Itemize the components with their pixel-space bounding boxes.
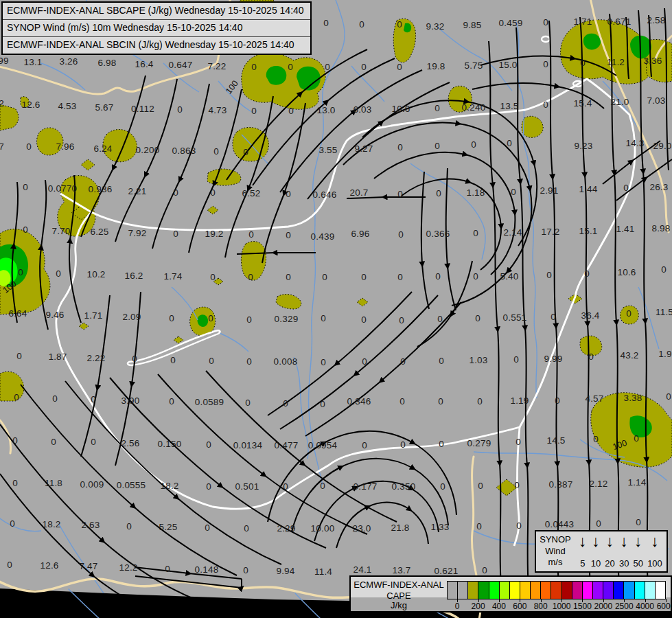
- title-line-sbcin: ECMWF-INDEX-ANAL SBCIN (J/kg) Wednesday …: [3, 37, 310, 54]
- map-svg: [0, 0, 672, 618]
- cape-color-swatch: [531, 582, 541, 599]
- cape-ticks: 0200400600800100015002000250040006000: [447, 599, 666, 613]
- cape-color-swatch: [541, 582, 551, 599]
- wind-speed-label: 5: [580, 558, 585, 569]
- cape-color-swatch: [468, 582, 478, 599]
- wind-speed-label: 20: [605, 558, 614, 569]
- cape-tick-label: 2500: [615, 602, 634, 611]
- cape-color-swatch: [489, 582, 500, 599]
- wind-speed-column: ↓20: [605, 532, 614, 571]
- cape-color-swatch: [478, 582, 489, 599]
- cape-color-swatch: [551, 582, 561, 599]
- cape-color-swatch: [645, 582, 656, 599]
- wind-arrow-columns: ↓5↓10↓20↓30↓50↓100: [575, 531, 667, 571]
- title-box: ECMWF-INDEX-ANAL SBCAPE (J/kg) Wednesday…: [1, 1, 312, 55]
- cape-color-swatch: [458, 582, 468, 599]
- wind-arrow-icon: ↓: [579, 533, 587, 549]
- cape-legend: ECMWF-INDEX-ANAL CAPE J/kg 0200400600800…: [349, 575, 672, 613]
- wind-legend-title: SYNOP Wind m/s: [536, 531, 575, 571]
- wind-arrow-icon: ↓: [651, 533, 659, 549]
- wind-speed-label: 30: [619, 558, 629, 569]
- cape-tick-label: 200: [472, 602, 485, 611]
- wind-arrow-icon: ↓: [606, 533, 614, 549]
- wind-speed-column: ↓30: [619, 532, 629, 571]
- cape-color-swatch: [624, 582, 634, 599]
- cape-tick-label: 4000: [636, 602, 654, 611]
- cape-tick-label: 600: [513, 602, 526, 611]
- cape-tick-label: 1500: [573, 602, 592, 611]
- cape-color-swatch: [603, 582, 614, 599]
- wind-arrow-icon: ↓: [592, 533, 600, 549]
- cape-color-swatch: [656, 582, 665, 599]
- cape-color-swatch: [593, 582, 603, 599]
- wind-speed-label: 100: [647, 558, 662, 569]
- title-line-sbcape: ECMWF-INDEX-ANAL SBCAPE (J/kg) Wednesday…: [3, 3, 310, 20]
- cape-color-swatch: [583, 582, 593, 599]
- wind-speed-column: ↓50: [634, 532, 643, 571]
- cape-tick-label: 2000: [594, 602, 612, 611]
- wind-speed-column: ↓5: [579, 532, 587, 571]
- cape-legend-name: ECMWF-INDEX-ANAL CAPE: [351, 580, 447, 602]
- cape-tick-label: 1000: [553, 602, 571, 611]
- wind-legend-title-line3: m/s: [548, 557, 563, 569]
- cape-legend-name-line1: ECMWF-INDEX-ANAL: [351, 580, 447, 591]
- cape-color-swatch: [562, 582, 572, 599]
- cape-color-swatch: [572, 582, 583, 599]
- cape-tick-label: 400: [492, 602, 506, 611]
- cape-color-swatch: [448, 582, 458, 599]
- cape-legend-units: J/kg: [351, 600, 447, 610]
- title-line-wind: SYNOP Wind (m/s) 10m Wednesday 15-10-202…: [3, 20, 310, 37]
- wind-legend-title-line2: Wind: [545, 546, 566, 558]
- wind-arrow-icon: ↓: [620, 533, 628, 549]
- wind-speed-column: ↓100: [647, 532, 662, 571]
- cape-color-swatch: [614, 582, 624, 599]
- wind-speed-label: 10: [591, 558, 601, 569]
- cape-color-swatch: [510, 582, 520, 599]
- wind-speed-label: 50: [634, 558, 643, 569]
- cape-tick-label: 0: [455, 602, 460, 611]
- cape-color-swatch: [520, 582, 531, 599]
- cape-color-swatch: [635, 582, 645, 599]
- cape-color-swatch: [500, 582, 510, 599]
- wind-speed-column: ↓10: [591, 532, 601, 571]
- cape-tick-label: 6000: [657, 602, 672, 611]
- wind-legend: SYNOP Wind m/s ↓5↓10↓20↓30↓50↓100: [535, 530, 668, 573]
- weather-map-page: 0009.329.850.45901.710.6712.589913.13.26…: [0, 0, 672, 618]
- cape-tick-label: 800: [534, 602, 548, 611]
- wind-arrow-icon: ↓: [634, 533, 642, 549]
- wind-legend-title-line1: SYNOP: [540, 534, 571, 546]
- cape-colorbar: [447, 581, 666, 599]
